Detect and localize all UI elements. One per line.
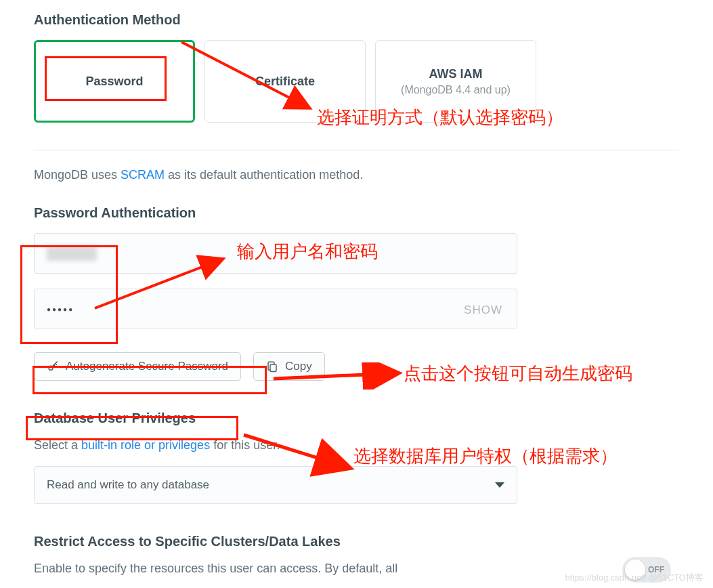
- method-label: Certificate: [255, 75, 315, 89]
- autogenerate-password-button[interactable]: Autogenerate Secure Password: [34, 352, 241, 381]
- key-icon: [47, 360, 59, 373]
- password-input[interactable]: ●●●●●: [34, 289, 517, 329]
- password-mask: ●●●●●: [47, 306, 74, 313]
- auth-method-title: Authentication Method: [34, 12, 679, 28]
- password-auth-title: Password Authentication: [34, 205, 679, 221]
- annotation-text: 输入用户名和密码: [237, 240, 378, 264]
- text: MongoDB uses: [34, 168, 121, 182]
- scram-info: MongoDB uses SCRAM as its default authen…: [34, 168, 679, 182]
- role-select[interactable]: Read and write to any database: [34, 466, 517, 504]
- method-label: AWS IAM: [429, 67, 483, 81]
- text: for this user.: [210, 438, 280, 452]
- username-blurred: [47, 246, 97, 261]
- annotation-text: 选择数据库用户特权（根据需求）: [353, 444, 699, 468]
- scram-link[interactable]: SCRAM: [121, 168, 165, 182]
- annotation-text: 选择证明方式（默认选择密码）: [317, 106, 563, 129]
- text: Select a: [34, 438, 81, 452]
- restrict-title: Restrict Access to Specific Clusters/Dat…: [34, 534, 679, 549]
- method-label: Password: [85, 75, 143, 89]
- privileges-title: Database User Privileges: [34, 411, 679, 426]
- copy-button[interactable]: Copy: [253, 352, 325, 381]
- method-sublabel: (MongoDB 4.4 and up): [401, 84, 511, 96]
- svg-rect-1: [270, 364, 276, 372]
- select-value: Read and write to any database: [47, 478, 209, 492]
- chevron-down-icon: [495, 482, 504, 488]
- watermark: https://blog.csdn.net/ @51CTO博客: [565, 572, 704, 584]
- text: as its default authentication method.: [165, 168, 363, 182]
- button-label: Autogenerate Secure Password: [66, 360, 228, 373]
- divider: [34, 150, 679, 150]
- button-label: Copy: [285, 360, 312, 373]
- copy-icon: [266, 360, 278, 373]
- built-in-role-link[interactable]: built-in role or privileges: [81, 438, 210, 452]
- show-password-button[interactable]: SHOW: [464, 303, 502, 317]
- annotation-text: 点击这个按钮可自动生成密码: [404, 362, 695, 385]
- method-card-password[interactable]: Password: [34, 40, 195, 123]
